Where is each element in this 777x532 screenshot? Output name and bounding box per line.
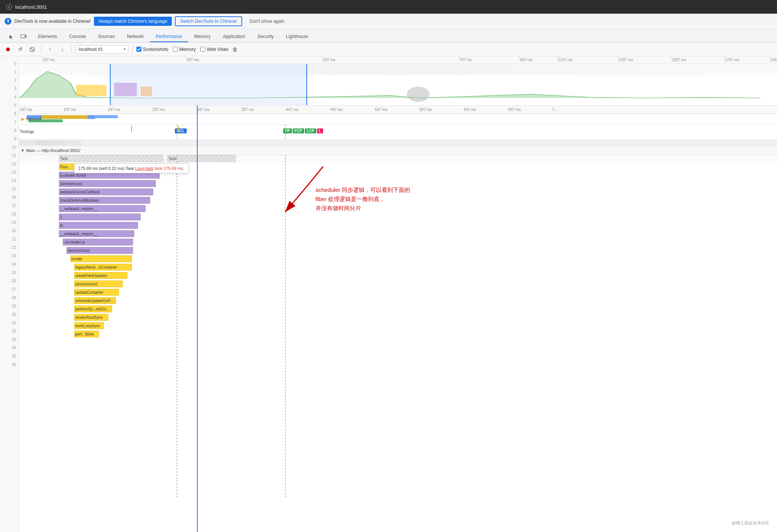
tab-sources[interactable]: Sources <box>92 32 121 42</box>
line-24: 24 <box>0 260 16 268</box>
flame-row-13[interactable]: legacyRend...oContainer <box>19 264 777 272</box>
memory-checkbox[interactable] <box>173 47 178 52</box>
anonymous-3-bar[interactable]: (anonymous) <box>74 280 123 287</box>
task-bar-2[interactable]: Task <box>167 155 236 162</box>
annotation-arrow <box>232 155 338 223</box>
timings-track[interactable]: Timings DCL FP FCP LCP L <box>19 125 777 140</box>
device-icon[interactable] <box>18 32 29 42</box>
line-12: 12 <box>0 160 16 168</box>
flame-row-14[interactable]: unbatchedUpdates <box>19 272 777 280</box>
screenshots-checkbox-label[interactable]: Screenshots <box>136 47 168 52</box>
flame-row-9[interactable]: __webpack_require__ <box>19 230 777 239</box>
tab-console[interactable]: Console <box>63 32 92 42</box>
anonymous-2-bar[interactable]: (anonymous) <box>67 247 133 254</box>
svg-rect-0 <box>21 35 25 38</box>
dtick-297: 297 ms <box>152 106 165 114</box>
flame-row-20[interactable]: workLoopSync <box>19 322 777 331</box>
timeline-overview[interactable]: 197 ms 397 ms 597 ms 797 ms 997 ms 1197 … <box>19 56 777 106</box>
line-15: 15 <box>0 185 16 193</box>
flame-row-10[interactable]: ./src/index.js <box>19 239 777 247</box>
flame-area[interactable]: 147 ms 197 ms 247 ms 297 ms 347 ms 397 m… <box>19 106 777 532</box>
screenshot-thumb <box>35 140 50 145</box>
toolbar-divider <box>41 46 41 53</box>
memory-checkbox-label[interactable]: Memory <box>173 47 196 52</box>
tab-application[interactable]: Application <box>217 32 251 42</box>
schedule-update-bar[interactable]: scheduleUpdateOnFiber <box>74 297 116 304</box>
render-root-sync-bar[interactable]: renderRootSync <box>74 314 108 321</box>
tooltip-time: 175.69 ms (self 0.22 ms) <box>78 166 124 171</box>
tab-memory[interactable]: Memory <box>188 32 217 42</box>
line-17: 17 <box>0 201 16 210</box>
flame-row-12[interactable]: render <box>19 255 777 264</box>
webvitals-checkbox[interactable] <box>200 47 205 52</box>
flame-row-0[interactable]: Task Task <box>19 155 777 163</box>
src-index-bar[interactable]: ./src/index.js <box>63 239 133 245</box>
perf-work-bar[interactable]: perf...Work <box>74 331 99 337</box>
session-select[interactable]: localhost #1 <box>75 45 128 54</box>
network-label: ▶ Network <box>20 117 23 122</box>
tooltip-suffix: took 175.69 ms. <box>154 166 184 171</box>
fp-badge: FP <box>283 128 292 133</box>
trash-icon[interactable]: 🗑 <box>232 46 238 52</box>
flame-row-16[interactable]: updateContainer <box>19 289 777 297</box>
work-loop-sync-bar[interactable]: workLoopSync <box>74 322 104 329</box>
flame-row-11[interactable]: (anonymous) <box>19 247 777 255</box>
flame-row-19[interactable]: renderRootSync <box>19 314 777 322</box>
tab-elements[interactable]: Elements <box>32 32 63 42</box>
tab-performance[interactable]: Performance <box>150 32 188 42</box>
tick-1197: 1197 ms <box>557 56 572 63</box>
fn-bar[interactable]: fn <box>59 222 138 229</box>
line-27: 27 <box>0 285 16 293</box>
perform-sync-bar[interactable]: performSy...orkOnRoot <box>74 306 112 312</box>
main-thread-header[interactable]: ▼ Main — http://localhost:3001/ <box>19 146 777 155</box>
render-bar[interactable]: render <box>70 255 132 262</box>
match-language-button[interactable]: Always match Chrome's language <box>94 17 172 26</box>
dtick-347: 347 ms <box>196 106 209 114</box>
cursor-icon[interactable] <box>6 32 17 42</box>
flame-row-1[interactable]: Pars... 175.69 ms (self 0.22 ms) Task Lo… <box>19 163 777 172</box>
webpack-jsonp-bar[interactable]: webpackJsonpCallback <box>59 188 153 195</box>
screenshot-thumb <box>66 140 81 145</box>
dtick-7xx: 7... <box>551 106 557 114</box>
unbatched-updates-bar[interactable]: unbatchedUpdates <box>74 272 127 279</box>
bottom-attribution: @稀土掘金技术社区 <box>732 520 769 526</box>
screenshots-checkbox[interactable] <box>136 47 141 52</box>
dtick-597: 597 ms <box>419 106 432 114</box>
line-8: 8 <box>0 126 16 135</box>
tab-lighthouse[interactable]: Lighthouse <box>280 32 314 42</box>
fcp-badge: FCP <box>293 128 304 133</box>
svg-point-8 <box>407 87 430 102</box>
dtick-547: 547 ms <box>374 106 387 114</box>
clear-button[interactable] <box>27 44 37 54</box>
switch-to-chinese-button[interactable]: Switch DevTools to Chinese <box>175 16 242 26</box>
webpack-require-1-bar[interactable]: __webpack_require__ <box>59 205 146 212</box>
legacy-render-bar[interactable]: legacyRend...oContainer <box>74 264 132 271</box>
dont-show-again-button[interactable]: Don't show again <box>245 17 289 26</box>
upload-button[interactable]: ↑ <box>45 44 55 54</box>
flame-row-17[interactable]: scheduleUpdateOnFiber <box>19 297 777 306</box>
flame-row-21[interactable]: perf...Work <box>19 331 777 339</box>
webpack-require-2-bar[interactable]: __webpack_require__ <box>59 230 134 237</box>
tick-797: 797 ms <box>459 56 472 63</box>
webvitals-checkbox-label[interactable]: Web Vitals <box>200 47 228 52</box>
flame-row-18[interactable]: performSy...orkOnRoot <box>19 306 777 314</box>
tab-network[interactable]: Network <box>121 32 150 42</box>
network-triangle: ▶ <box>21 117 24 121</box>
task-bar-1[interactable]: Task <box>59 155 163 162</box>
fn-1-bar[interactable]: 1 <box>59 214 141 220</box>
check-deferred-bar[interactable]: checkDeferredModules <box>59 197 150 204</box>
tab-security[interactable]: Security <box>251 32 280 42</box>
line-19: 19 <box>0 218 16 226</box>
update-container-bar[interactable]: updateContainer <box>74 289 119 296</box>
anonymous-1-bar[interactable]: (anonymous) <box>59 180 156 187</box>
reload-button[interactable]: ↺ <box>15 44 25 54</box>
dtick-497: 497 ms <box>330 106 343 114</box>
flame-row-15[interactable]: (anonymous) <box>19 280 777 289</box>
network-track[interactable]: ▶ Network <box>19 114 777 125</box>
svg-rect-1 <box>25 35 26 37</box>
record-button[interactable] <box>3 44 13 54</box>
download-button[interactable]: ↓ <box>57 44 67 54</box>
long-task-link[interactable]: Long task <box>135 166 154 171</box>
flame-row-7[interactable]: 1 <box>19 214 777 222</box>
flame-row-8[interactable]: fn <box>19 222 777 230</box>
